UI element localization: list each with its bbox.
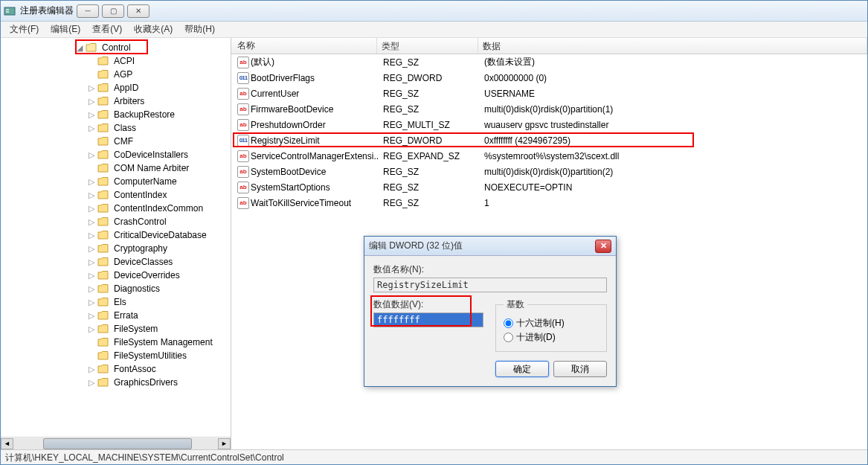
tree-item[interactable]: Diagnostics [112,283,161,294]
tree-item[interactable]: COM Name Arbiter [112,163,190,173]
menu-view[interactable]: 查看(V) [86,22,128,37]
expand-toggle-icon[interactable]: ▷ [87,150,96,160]
tree-item[interactable]: ContentIndexCommon [112,203,205,214]
tree-item[interactable]: CMF [112,136,135,147]
tree-horizontal-scrollbar[interactable]: ◄ ► [1,437,231,449]
tree-item[interactable]: FontAssoc [112,364,158,374]
expand-toggle-icon[interactable]: ◢ [75,43,84,53]
expand-toggle-icon[interactable]: ▷ [87,311,96,321]
expand-toggle-icon[interactable]: ▷ [87,244,96,254]
tree-item[interactable]: CriticalDeviceDatabase [112,230,208,240]
string-value-icon: ab [237,88,249,100]
radio-hex-input[interactable] [504,318,513,328]
expand-toggle-icon[interactable]: ▷ [87,83,96,93]
string-value-icon: ab [237,57,249,68]
tree-item[interactable]: ComputerName [112,176,179,187]
app-icon [4,5,16,17]
value-name: ServiceControlManagerExtensi.. [251,151,379,161]
expand-toggle-icon[interactable]: ▷ [87,217,96,227]
tree-item[interactable]: GraphicsDrivers [112,377,179,388]
string-value-icon: ab [237,166,249,178]
tree-pane: ◢Control ACPI AGP▷AppID▷Arbiters▷BackupR… [1,38,231,449]
expand-toggle-icon[interactable]: ▷ [87,298,96,307]
value-name: BootDriverFlags [251,73,315,83]
list-row[interactable]: abSystemBootDeviceREG_SZmulti(0)disk(0)r… [231,164,867,179]
expand-toggle-icon[interactable]: ▷ [87,231,96,240]
maximize-button[interactable]: ▢ [102,4,124,18]
ok-button[interactable]: 确定 [495,361,549,377]
header-data[interactable]: 数据 [478,38,867,54]
value-type: REG_SZ [380,104,481,115]
list-row[interactable]: abSystemStartOptionsREG_SZ NOEXECUTE=OPT… [231,179,867,195]
expand-toggle-icon[interactable]: ▷ [87,365,96,374]
cancel-button[interactable]: 取消 [553,361,607,377]
expand-toggle-icon[interactable]: ▷ [87,324,96,334]
list-row[interactable]: abServiceControlManagerExtensi..REG_EXPA… [231,148,867,164]
list-row[interactable]: abWaitToKillServiceTimeoutREG_SZ1 [231,195,867,211]
value-data: multi(0)disk(0)rdisk(0)partition(1) [481,104,867,115]
expand-toggle-icon[interactable]: ▷ [87,97,96,106]
value-name: RegistrySizeLimit [251,135,320,146]
tree-item[interactable]: Arbiters [112,96,146,106]
value-data: multi(0)disk(0)rdisk(0)partition(2) [481,167,867,177]
expand-toggle-icon[interactable]: ▷ [87,190,96,200]
radio-dec-input[interactable] [504,333,513,342]
value-name: PreshutdownOrder [251,120,326,130]
tree-item[interactable]: ContentIndex [112,190,168,200]
value-type: REG_DWORD [380,135,481,146]
expand-toggle-icon[interactable]: ▷ [87,124,96,133]
tree-item[interactable]: AGP [112,69,134,80]
tree-item[interactable]: FileSystem Management [112,337,214,347]
tree-item[interactable]: FileSystem [112,324,159,334]
tree-item[interactable]: Errata [112,310,140,321]
menu-file[interactable]: 文件(F) [4,22,45,37]
value-name: CurrentUser [251,89,299,99]
tree-item[interactable]: BackupRestore [112,109,176,120]
dialog-titlebar: 编辑 DWORD (32 位)值 ✕ [364,237,616,256]
tree-item[interactable]: CrashControl [112,217,168,227]
value-type: REG_SZ [380,198,481,208]
radio-hex[interactable]: 十六进制(H) [504,317,599,330]
dialog-close-button[interactable]: ✕ [595,240,611,253]
list-row[interactable]: ab(默认)REG_SZ(数值未设置) [231,54,867,70]
value-data: wuauserv gpsvc trustedinstaller [481,120,867,130]
radio-dec[interactable]: 十进制(D) [504,331,599,344]
tree-item[interactable]: DeviceOverrides [112,270,181,280]
tree-item[interactable]: CoDeviceInstallers [112,150,190,160]
expand-toggle-icon[interactable]: ▷ [87,271,96,280]
list-row[interactable]: 011RegistrySizeLimitREG_DWORD0xffffffff … [231,132,867,148]
status-path: 计算机\HKEY_LOCAL_MACHINE\SYSTEM\CurrentCon… [5,452,284,463]
minimize-button[interactable]: ─ [77,4,99,18]
tree-item[interactable]: Cryptography [112,243,169,254]
header-name[interactable]: 名称 [231,38,377,54]
tree-item[interactable]: Els [112,297,128,307]
menu-favorites[interactable]: 收藏夹(A) [128,22,179,37]
expand-toggle-icon[interactable]: ▷ [87,378,96,388]
header-type[interactable]: 类型 [377,38,478,54]
tree-view[interactable]: ◢Control ACPI AGP▷AppID▷Arbiters▷BackupR… [1,38,231,437]
close-button[interactable]: ✕ [127,4,150,18]
value-name: WaitToKillServiceTimeout [251,198,351,208]
expand-toggle-icon[interactable]: ▷ [87,204,96,214]
tree-item[interactable]: Class [112,123,138,133]
tree-item-control[interactable]: Control [100,42,132,53]
menu-help[interactable]: 帮助(H) [179,22,221,37]
list-row[interactable]: abCurrentUserREG_SZUSERNAME [231,86,867,101]
tree-item[interactable]: DeviceClasses [112,257,174,267]
string-value-icon: ab [237,150,249,162]
tree-item[interactable]: FileSystemUtilities [112,350,188,361]
tree-item[interactable]: AppID [112,83,140,93]
value-type: REG_SZ [380,167,481,177]
expand-toggle-icon[interactable]: ▷ [87,177,96,187]
value-name-input [373,278,607,292]
expand-toggle-icon[interactable]: ▷ [87,257,96,267]
expand-toggle-icon[interactable]: ▷ [87,284,96,294]
expand-toggle-icon[interactable]: ▷ [87,110,96,120]
list-row[interactable]: 011BootDriverFlagsREG_DWORD0x00000000 (0… [231,70,867,86]
list-row[interactable]: abFirmwareBootDeviceREG_SZmulti(0)disk(0… [231,101,867,117]
value-data: 1 [481,198,867,208]
list-row[interactable]: abPreshutdownOrderREG_MULTI_SZwuauserv g… [231,117,867,132]
tree-item[interactable]: ACPI [112,56,136,66]
value-data-input[interactable] [373,312,483,327]
menu-edit[interactable]: 编辑(E) [45,22,86,37]
